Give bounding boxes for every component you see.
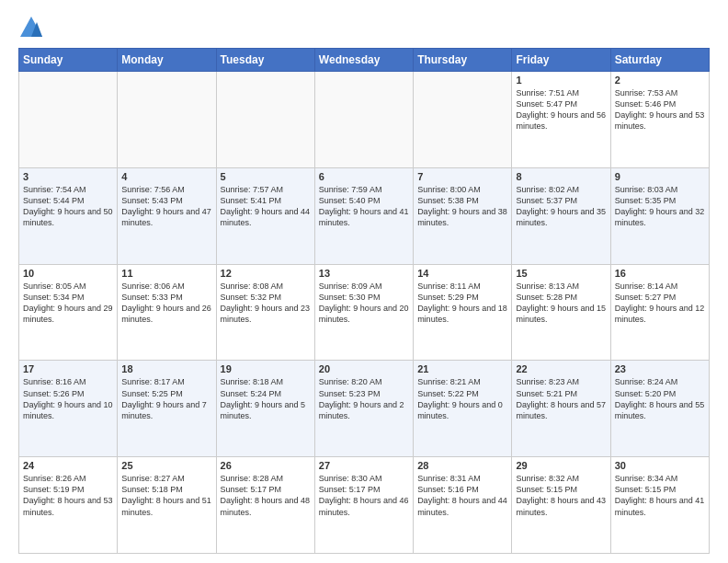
day-number: 26: [221, 460, 311, 471]
calendar-cell: 4Sunrise: 7:56 AM Sunset: 5:43 PM Daylig…: [118, 167, 216, 264]
day-info: Sunrise: 8:26 AM Sunset: 5:19 PM Dayligh…: [23, 473, 113, 518]
day-number: 25: [121, 460, 211, 471]
calendar-cell: 27Sunrise: 8:30 AM Sunset: 5:17 PM Dayli…: [314, 457, 413, 554]
calendar-week-3: 17Sunrise: 8:16 AM Sunset: 5:26 PM Dayli…: [19, 361, 710, 457]
day-info: Sunrise: 8:21 AM Sunset: 5:22 PM Dayligh…: [417, 376, 507, 421]
calendar-cell: 5Sunrise: 7:57 AM Sunset: 5:41 PM Daylig…: [216, 167, 314, 264]
day-info: Sunrise: 8:23 AM Sunset: 5:21 PM Dayligh…: [516, 376, 606, 421]
day-number: 9: [615, 171, 705, 182]
calendar-cell: 12Sunrise: 8:08 AM Sunset: 5:32 PM Dayli…: [216, 264, 314, 361]
calendar-cell: 22Sunrise: 8:23 AM Sunset: 5:21 PM Dayli…: [512, 361, 610, 457]
day-number: 13: [319, 268, 409, 279]
day-info: Sunrise: 7:54 AM Sunset: 5:44 PM Dayligh…: [23, 184, 113, 229]
day-number: 24: [23, 460, 113, 471]
calendar-header-monday: Monday: [118, 49, 216, 72]
day-number: 30: [615, 460, 705, 471]
calendar-week-0: 1Sunrise: 7:51 AM Sunset: 5:47 PM Daylig…: [19, 72, 710, 168]
calendar-cell: [216, 72, 314, 168]
calendar-cell: 26Sunrise: 8:28 AM Sunset: 5:17 PM Dayli…: [216, 457, 314, 554]
day-number: 29: [516, 460, 606, 471]
calendar-week-4: 24Sunrise: 8:26 AM Sunset: 5:19 PM Dayli…: [19, 457, 710, 554]
calendar-cell: 20Sunrise: 8:20 AM Sunset: 5:23 PM Dayli…: [314, 361, 413, 457]
day-number: 22: [516, 363, 606, 374]
calendar-cell: 8Sunrise: 8:02 AM Sunset: 5:37 PM Daylig…: [512, 167, 610, 264]
day-number: 28: [417, 460, 507, 471]
calendar-cell: 19Sunrise: 8:18 AM Sunset: 5:24 PM Dayli…: [216, 361, 314, 457]
day-info: Sunrise: 8:34 AM Sunset: 5:15 PM Dayligh…: [615, 473, 705, 518]
day-number: 19: [221, 363, 311, 374]
day-info: Sunrise: 7:53 AM Sunset: 5:46 PM Dayligh…: [615, 87, 705, 132]
day-number: 18: [121, 363, 211, 374]
day-info: Sunrise: 8:18 AM Sunset: 5:24 PM Dayligh…: [221, 376, 311, 421]
logo-icon: [18, 15, 44, 40]
day-number: 8: [516, 171, 606, 182]
calendar-cell: 11Sunrise: 8:06 AM Sunset: 5:33 PM Dayli…: [118, 264, 216, 361]
calendar-cell: 29Sunrise: 8:32 AM Sunset: 5:15 PM Dayli…: [512, 457, 610, 554]
day-info: Sunrise: 8:28 AM Sunset: 5:17 PM Dayligh…: [221, 473, 311, 518]
calendar-cell: 30Sunrise: 8:34 AM Sunset: 5:15 PM Dayli…: [610, 457, 709, 554]
calendar-cell: 6Sunrise: 7:59 AM Sunset: 5:40 PM Daylig…: [314, 167, 413, 264]
calendar-cell: 21Sunrise: 8:21 AM Sunset: 5:22 PM Dayli…: [414, 361, 512, 457]
day-number: 14: [417, 268, 507, 279]
calendar-cell: 9Sunrise: 8:03 AM Sunset: 5:35 PM Daylig…: [610, 167, 709, 264]
day-info: Sunrise: 8:06 AM Sunset: 5:33 PM Dayligh…: [121, 281, 211, 326]
calendar-cell: 14Sunrise: 8:11 AM Sunset: 5:29 PM Dayli…: [414, 264, 512, 361]
calendar-cell: 18Sunrise: 8:17 AM Sunset: 5:25 PM Dayli…: [118, 361, 216, 457]
day-number: 23: [615, 363, 705, 374]
day-info: Sunrise: 8:05 AM Sunset: 5:34 PM Dayligh…: [23, 281, 113, 326]
day-info: Sunrise: 8:20 AM Sunset: 5:23 PM Dayligh…: [319, 376, 409, 421]
day-number: 1: [516, 75, 606, 86]
day-number: 6: [319, 171, 409, 182]
calendar-cell: [19, 72, 118, 168]
day-number: 16: [615, 268, 705, 279]
day-info: Sunrise: 8:11 AM Sunset: 5:29 PM Dayligh…: [417, 281, 507, 326]
day-number: 12: [221, 268, 311, 279]
calendar-header-saturday: Saturday: [610, 49, 709, 72]
day-number: 7: [417, 171, 507, 182]
calendar-cell: 10Sunrise: 8:05 AM Sunset: 5:34 PM Dayli…: [19, 264, 118, 361]
page: SundayMondayTuesdayWednesdayThursdayFrid…: [0, 0, 728, 563]
calendar-cell: 24Sunrise: 8:26 AM Sunset: 5:19 PM Dayli…: [19, 457, 118, 554]
calendar-cell: 16Sunrise: 8:14 AM Sunset: 5:27 PM Dayli…: [610, 264, 709, 361]
day-info: Sunrise: 8:31 AM Sunset: 5:16 PM Dayligh…: [417, 473, 507, 518]
day-info: Sunrise: 8:14 AM Sunset: 5:27 PM Dayligh…: [615, 281, 705, 326]
logo: [18, 15, 48, 40]
day-info: Sunrise: 8:27 AM Sunset: 5:18 PM Dayligh…: [121, 473, 211, 518]
calendar-cell: 7Sunrise: 8:00 AM Sunset: 5:38 PM Daylig…: [414, 167, 512, 264]
calendar-header-wednesday: Wednesday: [314, 49, 413, 72]
day-info: Sunrise: 8:08 AM Sunset: 5:32 PM Dayligh…: [221, 281, 311, 326]
day-number: 21: [417, 363, 507, 374]
day-info: Sunrise: 7:59 AM Sunset: 5:40 PM Dayligh…: [319, 184, 409, 229]
day-number: 20: [319, 363, 409, 374]
calendar-table: SundayMondayTuesdayWednesdayThursdayFrid…: [18, 48, 710, 554]
day-info: Sunrise: 8:09 AM Sunset: 5:30 PM Dayligh…: [319, 281, 409, 326]
calendar-header-friday: Friday: [512, 49, 610, 72]
day-number: 2: [615, 75, 705, 86]
day-number: 17: [23, 363, 113, 374]
calendar-header-thursday: Thursday: [414, 49, 512, 72]
calendar-cell: 3Sunrise: 7:54 AM Sunset: 5:44 PM Daylig…: [19, 167, 118, 264]
calendar-header-tuesday: Tuesday: [216, 49, 314, 72]
day-info: Sunrise: 8:00 AM Sunset: 5:38 PM Dayligh…: [417, 184, 507, 229]
day-info: Sunrise: 7:51 AM Sunset: 5:47 PM Dayligh…: [516, 87, 606, 132]
calendar-cell: [314, 72, 413, 168]
day-info: Sunrise: 7:56 AM Sunset: 5:43 PM Dayligh…: [121, 184, 211, 229]
calendar-week-1: 3Sunrise: 7:54 AM Sunset: 5:44 PM Daylig…: [19, 167, 710, 264]
day-number: 10: [23, 268, 113, 279]
calendar-cell: 13Sunrise: 8:09 AM Sunset: 5:30 PM Dayli…: [314, 264, 413, 361]
day-info: Sunrise: 8:03 AM Sunset: 5:35 PM Dayligh…: [615, 184, 705, 229]
calendar-cell: 2Sunrise: 7:53 AM Sunset: 5:46 PM Daylig…: [610, 72, 709, 168]
day-info: Sunrise: 8:17 AM Sunset: 5:25 PM Dayligh…: [121, 376, 211, 421]
day-info: Sunrise: 8:13 AM Sunset: 5:28 PM Dayligh…: [516, 281, 606, 326]
calendar-cell: [118, 72, 216, 168]
day-info: Sunrise: 8:02 AM Sunset: 5:37 PM Dayligh…: [516, 184, 606, 229]
day-number: 11: [121, 268, 211, 279]
calendar-cell: [414, 72, 512, 168]
day-info: Sunrise: 8:30 AM Sunset: 5:17 PM Dayligh…: [319, 473, 409, 518]
calendar-header-sunday: Sunday: [19, 49, 118, 72]
day-number: 5: [221, 171, 311, 182]
day-number: 15: [516, 268, 606, 279]
day-number: 3: [23, 171, 113, 182]
day-number: 4: [121, 171, 211, 182]
header: [18, 15, 710, 40]
